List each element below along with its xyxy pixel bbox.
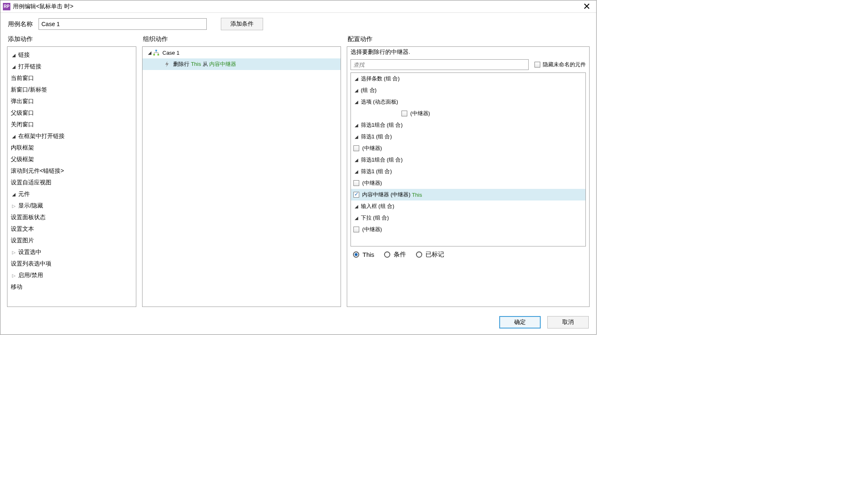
radio-this[interactable]: This [353,251,374,258]
checkbox-icon [353,192,359,198]
tree-leaf-set-list-sel[interactable]: 设置列表选中项 [8,258,135,270]
widget-tree-panel: 选择条数 (组 合) (组 合) 选项 (动态面板) (中继器) 筛选1组合 (… [351,72,586,246]
tree-node-filt1-b[interactable]: 筛选1 (组 合) [351,166,585,177]
hide-unnamed-toggle[interactable]: 隐藏未命名的元件 [534,61,586,68]
svg-rect-1 [153,54,155,56]
tree-node-enable[interactable]: 启用/禁用 [8,270,135,281]
triangle-icon [147,50,152,56]
ok-button[interactable]: 确定 [499,316,541,328]
tree-node-filt1-a[interactable]: 筛选1 (组 合) [351,131,585,142]
target-word: 内容中继器 [209,61,236,67]
tree-label: 滚动到元件<锚链接> [11,167,64,175]
checkbox-icon [534,62,540,68]
tree-label: (中继器) [362,226,382,233]
case-label: Case 1 [162,50,179,56]
tree-leaf-set-adaptive[interactable]: 设置自适应视图 [8,177,135,188]
titlebar: RP 用例编辑<鼠标单击 时> ✕ [0,0,596,13]
case-row[interactable]: Case 1 [143,47,341,58]
tree-leaf-set-panel[interactable]: 设置面板状态 [8,212,135,223]
tree-leaf-new-window[interactable]: 新窗口/新标签 [8,84,135,96]
triangle-icon [353,134,359,140]
tree-leaf-move[interactable]: 移动 [8,281,135,293]
tree-leaf-inline-frame[interactable]: 内联框架 [8,142,135,154]
radio-icon [416,251,422,258]
case-name-label: 用例名称 [8,20,33,28]
app-icon: RP [3,3,10,10]
tree-leaf-close-window[interactable]: 关闭窗口 [8,119,135,130]
tree-label: 显示/隐藏 [18,202,43,210]
tree-leaf-repeater-4[interactable]: (中继器) [351,224,585,235]
checkbox-icon [353,180,359,186]
tree-leaf-repeater-1[interactable]: (中继器) [351,108,585,119]
tree-node-show-hide[interactable]: 显示/隐藏 [8,200,135,212]
svg-rect-0 [155,50,157,51]
tree-label: 筛选1组合 (组 合) [361,156,403,164]
tree-label: (中继器) [362,179,382,187]
close-icon[interactable]: ✕ [580,1,594,12]
action-label: 删除行 This 从 内容中继器 [173,60,236,68]
tree-node-input[interactable]: 输入框 (组 合) [351,200,585,212]
tree-leaf-repeater-3[interactable]: (中继器) [351,177,585,189]
action-row[interactable]: 删除行 This 从 内容中继器 [143,58,341,70]
tree-label: 父级框架 [11,156,34,163]
tree-label: 设置面板状态 [11,214,46,221]
tree-label: (组 合) [361,87,377,94]
tree-node-links[interactable]: 链接 [8,49,135,61]
tree-node-group[interactable]: (组 合) [351,85,585,96]
tree-label: 打开链接 [18,63,41,70]
case-name-input[interactable] [39,18,207,30]
tree-leaf-parent-window[interactable]: 父级窗口 [8,107,135,119]
delete-mode-radios: This 条件 已标记 [347,246,589,263]
tree-leaf-scroll-to[interactable]: 滚动到元件<锚链接> [8,165,135,177]
action-name: 删除行 [173,61,189,67]
org-action-header: 组织动作 [142,33,341,46]
checkbox-icon [353,227,359,232]
cfg-action-header: 配置动作 [347,33,590,46]
triangle-icon [353,123,359,128]
this-word: This [191,61,201,67]
radio-label: 条件 [394,251,406,258]
tree-label: 设置自适应视图 [11,179,51,186]
action-tree-panel: 链接 打开链接 当前窗口 新窗口/新标签 弹出窗口 父级窗口 关闭窗口 在框架中… [7,46,136,307]
tree-label: 关闭窗口 [11,121,34,128]
from-word: 从 [203,61,208,67]
tree-node-open-link[interactable]: 打开链接 [8,61,135,72]
tree-node-filt1grp-b[interactable]: 筛选1组合 (组 合) [351,154,585,166]
action-tree: 链接 打开链接 当前窗口 新窗口/新标签 弹出窗口 父级窗口 关闭窗口 在框架中… [7,47,136,295]
triangle-icon [353,169,359,174]
tree-label: 当前窗口 [11,75,34,82]
tree-node-selcount[interactable]: 选择条数 (组 合) [351,73,585,85]
tree-node-widgets[interactable]: 元件 [8,188,135,200]
tree-label: 筛选1 (组 合) [361,168,392,175]
add-action-header: 添加动作 [7,33,136,46]
organize-panel: Case 1 删除行 This 从 内容中继器 [142,46,341,307]
tree-node-option[interactable]: 选项 (动态面板) [351,96,585,108]
radio-marked[interactable]: 已标记 [416,251,444,258]
radio-icon [353,251,359,258]
triangle-icon [11,250,17,255]
tree-node-set-selected[interactable]: 设置选中 [8,246,135,258]
radio-condition[interactable]: 条件 [384,251,406,258]
tree-label: (中继器) [410,110,430,117]
tree-leaf-set-image[interactable]: 设置图片 [8,235,135,246]
tree-label: 输入框 (组 合) [361,203,394,210]
triangle-icon [11,273,17,278]
tree-leaf-repeater-2[interactable]: (中继器) [351,142,585,154]
tree-label: 父级窗口 [11,109,34,117]
tree-label: 选择条数 (组 合) [361,75,400,82]
tree-label: 选项 (动态面板) [361,98,398,106]
tree-leaf-parent-frame[interactable]: 父级框架 [8,154,135,165]
tree-node-filt1grp-a[interactable]: 筛选1组合 (组 合) [351,119,585,131]
add-condition-button[interactable]: 添加条件 [221,18,263,30]
tree-node-dropdown[interactable]: 下拉 (组 合) [351,212,585,224]
tree-node-open-in-frame[interactable]: 在框架中打开链接 [8,130,135,142]
tree-label: (中继器) [362,145,382,152]
tree-leaf-popup-window[interactable]: 弹出窗口 [8,96,135,107]
dialog-title: 用例编辑<鼠标单击 时> [13,3,73,10]
tree-leaf-set-text[interactable]: 设置文本 [8,223,135,235]
tree-leaf-current-window[interactable]: 当前窗口 [8,72,135,84]
search-input[interactable] [351,59,529,70]
cancel-button[interactable]: 取消 [547,316,589,328]
tree-leaf-content-repeater[interactable]: 内容中继器 (中继器) This [351,189,585,200]
checkbox-icon [401,111,407,116]
